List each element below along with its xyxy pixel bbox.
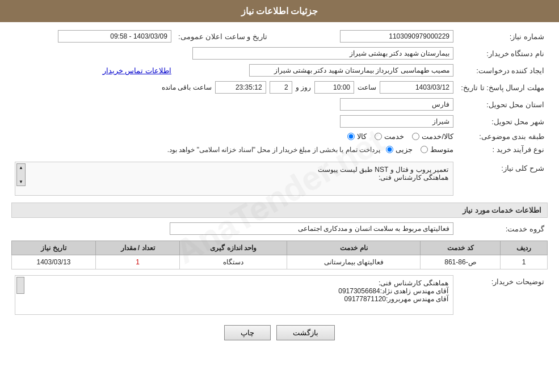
cell-unit: دستگاه <box>179 255 287 269</box>
service-group-table: گروه خدمت: <box>11 220 548 237</box>
requester-input[interactable] <box>249 64 453 77</box>
buyer-org-label: نام دستگاه خریدار: <box>457 45 548 62</box>
buyer-comments-content: هماهنگی کارشناس فنی: آقای مهندس زاهدی نژ… <box>11 273 457 317</box>
need-number-value <box>293 28 457 45</box>
purchase-type-option-medium[interactable]: متوسط <box>421 145 453 154</box>
reply-deadline-row: ساعت روز و ساعت باقی مانده <box>11 79 457 96</box>
buyer-comments-label: توضیحات خریدار: <box>457 273 548 317</box>
services-section-header: اطلاعات خدمات مورد نیاز <box>11 203 548 218</box>
page-title: جزئیات اطلاعات نیاز <box>241 6 318 16</box>
province-input[interactable] <box>340 98 453 111</box>
announcement-date-input[interactable] <box>58 30 171 43</box>
province-value <box>11 96 457 113</box>
buyer-org-value <box>11 45 457 62</box>
col-header-unit: واحد اندازه گیری <box>179 241 287 255</box>
table-row: 1 ص-86-861 فعالیتهای بیمارستانی دستگاه 1… <box>12 255 548 269</box>
reply-remaining-label: ساعت باقی مانده <box>162 83 212 91</box>
category-option-3[interactable]: کالا <box>347 132 367 141</box>
announcement-date-label: تاریخ و ساعت اعلان عمومی: <box>175 28 271 45</box>
description-text: تعمیر پروب و فتال و NST طبق لیست پیوست ه… <box>31 166 448 182</box>
service-group-value <box>11 220 457 237</box>
purchase-type-row: متوسط جزیی پرداخت تمام یا بخشی از مبلغ خ… <box>11 143 457 156</box>
purchase-type-option-small[interactable]: جزیی <box>386 145 413 154</box>
reply-time-label: ساعت <box>358 83 376 91</box>
description-label: شرح کلی نیاز: <box>457 159 548 198</box>
cell-quantity: 1 <box>96 255 180 269</box>
contact-info-link[interactable]: اطلاعات تماس خریدار <box>103 66 171 75</box>
city-label: شهر محل تحویل: <box>457 113 548 130</box>
category-option-1[interactable]: کالا/خدمت <box>412 132 453 141</box>
city-value <box>11 113 457 130</box>
reply-days-input[interactable] <box>270 81 292 94</box>
cell-name: فعالیتهای بیمارستانی <box>287 255 421 269</box>
main-form: شماره نیاز: تاریخ و ساعت اعلان عمومی: نا… <box>11 28 548 156</box>
description-box: ▲ ▼ تعمیر پروب و فتال و NST طبق لیست پیو… <box>15 162 453 196</box>
purchase-type-label: نوع فرآیند خرید : <box>457 143 548 156</box>
city-input[interactable] <box>340 115 453 128</box>
province-label: استان محل تحویل: <box>457 96 548 113</box>
announcement-date-value <box>11 28 175 45</box>
comments-section: توضیحات خریدار: هماهنگی کارشناس فنی: آقا… <box>11 273 548 317</box>
service-group-input[interactable] <box>170 222 453 235</box>
reply-days-label: روز و <box>296 83 311 91</box>
cell-code: ص-86-861 <box>421 255 501 269</box>
col-header-row: ردیف <box>501 241 548 255</box>
col-header-quantity: تعداد / مقدار <box>96 241 180 255</box>
category-option-2[interactable]: خدمت <box>375 132 404 141</box>
requester-value <box>175 62 457 79</box>
category-row: کالا/خدمت خدمت کالا <box>11 130 457 143</box>
contact-link-cell: اطلاعات تماس خریدار <box>11 62 175 79</box>
purchase-type-note: پرداخت تمام یا بخشی از مبلغ خریدار از مح… <box>167 146 380 154</box>
cell-row-num: 1 <box>501 255 548 269</box>
comments-text: هماهنگی کارشناس فنی: آقای مهندس زاهدی نژ… <box>31 279 448 303</box>
comments-scroll[interactable] <box>16 277 24 294</box>
page-header: جزئیات اطلاعات نیاز <box>0 0 559 22</box>
reply-remaining-input[interactable] <box>215 81 266 94</box>
need-number-label: شماره نیاز: <box>457 28 548 45</box>
cell-date: 1403/03/13 <box>12 255 96 269</box>
col-header-date: تاریخ نیاز <box>12 241 96 255</box>
reply-date-input[interactable] <box>380 81 453 94</box>
description-content: ▲ ▼ تعمیر پروب و فتال و NST طبق لیست پیو… <box>11 159 457 198</box>
category-label: طبقه بندی موضوعی: <box>457 130 548 143</box>
need-number-input[interactable] <box>340 30 453 43</box>
reply-deadline-label: مهلت ارسال پاسخ: تا تاریخ: <box>457 79 548 96</box>
print-button[interactable]: چاپ <box>224 325 271 340</box>
description-section: شرح کلی نیاز: ▲ ▼ تعمیر پروب و فتال و NS… <box>11 159 548 198</box>
service-group-label: گروه خدمت: <box>457 220 548 237</box>
col-header-name: نام خدمت <box>287 241 421 255</box>
comments-box: هماهنگی کارشناس فنی: آقای مهندس زاهدی نژ… <box>15 275 453 315</box>
reply-time-input[interactable] <box>314 81 354 94</box>
col-header-code: کد خدمت <box>421 241 501 255</box>
requester-label: ایجاد کننده درخواست: <box>457 62 548 79</box>
back-button[interactable]: بازگشت <box>276 325 335 340</box>
buyer-org-input[interactable] <box>192 47 453 60</box>
scroll-bar[interactable]: ▲ ▼ <box>16 163 26 186</box>
services-table: ردیف کد خدمت نام خدمت واحد اندازه گیری ت… <box>11 241 548 269</box>
button-bar: بازگشت چاپ <box>11 325 548 340</box>
